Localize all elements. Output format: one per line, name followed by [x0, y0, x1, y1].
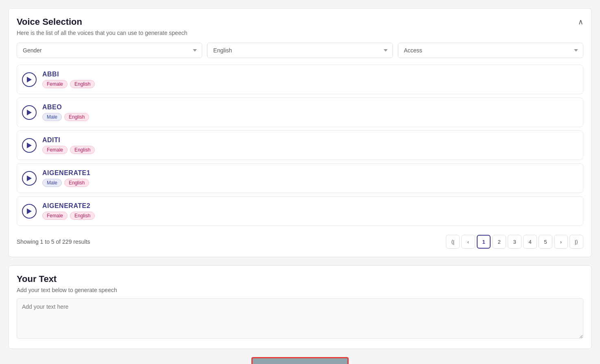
- voice-name-abeo: ABEO: [42, 104, 89, 111]
- voice-name-aditi: ADITI: [42, 136, 95, 144]
- voice-tags-aigenerate1: Male English: [42, 179, 90, 187]
- gender-filter[interactable]: Gender Male Female: [17, 43, 202, 58]
- play-button-aigenerate2[interactable]: [22, 204, 37, 219]
- page-prev-btn[interactable]: ‹: [461, 235, 475, 249]
- page-btn-4[interactable]: 4: [523, 235, 537, 249]
- voice-info-aditi: ADITI Female English: [42, 136, 95, 154]
- voice-selection-subtitle: Here is the list of all the voices that …: [17, 30, 583, 36]
- page-last-btn[interactable]: |⟩: [569, 235, 583, 249]
- voice-item-abeo[interactable]: ABEO Male English: [17, 98, 583, 127]
- voice-name-aigenerate2: AIGENERATE2: [42, 202, 95, 210]
- result-count: Showing 1 to 5 of 229 results: [17, 238, 90, 245]
- voice-tags-abeo: Male English: [42, 113, 89, 121]
- tag-lang-aigenerate2: English: [70, 212, 95, 220]
- svg-marker-2: [27, 143, 32, 148]
- play-button-abbi[interactable]: [22, 72, 37, 87]
- svg-marker-4: [27, 208, 32, 214]
- play-button-aigenerate1[interactable]: [22, 171, 37, 186]
- generate-row: GENERATE SPEECH: [8, 357, 592, 364]
- page-first-btn[interactable]: ⟨|: [446, 235, 460, 249]
- voice-name-abbi: ABBI: [42, 71, 95, 78]
- voice-tags-abbi: Female English: [42, 80, 95, 88]
- voice-info-abbi: ABBI Female English: [42, 71, 95, 88]
- voice-info-abeo: ABEO Male English: [42, 104, 89, 121]
- collapse-icon[interactable]: ∧: [578, 17, 583, 26]
- page-next-btn[interactable]: ›: [554, 235, 568, 249]
- your-text-title: Your Text: [17, 274, 583, 284]
- voice-selection-header: Voice Selection ∧: [17, 17, 583, 27]
- voice-selection-card: Voice Selection ∧ Here is the list of al…: [8, 8, 592, 257]
- voice-item-abbi[interactable]: ABBI Female English: [17, 65, 583, 94]
- voice-tags-aditi: Female English: [42, 146, 95, 154]
- voice-item-aigenerate1[interactable]: AIGENERATE1 Male English: [17, 163, 583, 193]
- tag-gender-abeo: Male: [42, 113, 62, 121]
- tag-lang-aditi: English: [70, 146, 95, 154]
- voice-list: ABBI Female English ABEO Male English: [17, 65, 583, 229]
- voice-selection-title: Voice Selection: [17, 17, 82, 27]
- play-button-abeo[interactable]: [22, 105, 37, 120]
- svg-marker-1: [27, 110, 32, 115]
- voice-info-aigenerate2: AIGENERATE2 Female English: [42, 202, 95, 220]
- your-text-card: Your Text Add your text below to generat…: [8, 265, 592, 349]
- tag-gender-aditi: Female: [42, 146, 68, 154]
- generate-speech-button[interactable]: GENERATE SPEECH: [251, 357, 349, 364]
- voice-tags-aigenerate2: Female English: [42, 212, 95, 220]
- tag-gender-abbi: Female: [42, 80, 68, 88]
- pagination: ⟨| ‹ 1 2 3 4 5 › |⟩: [446, 235, 583, 249]
- tag-lang-abeo: English: [64, 113, 89, 121]
- voice-name-aigenerate1: AIGENERATE1: [42, 169, 90, 177]
- text-input[interactable]: [17, 298, 583, 339]
- voice-info-aigenerate1: AIGENERATE1 Male English: [42, 169, 90, 187]
- your-text-subtitle: Add your text below to generate speech: [17, 287, 583, 293]
- access-filter[interactable]: Access Free Premium: [398, 43, 583, 58]
- page-btn-2[interactable]: 2: [492, 235, 506, 249]
- voice-item-aigenerate2[interactable]: AIGENERATE2 Female English: [17, 196, 583, 226]
- tag-gender-aigenerate2: Female: [42, 212, 68, 220]
- play-button-aditi[interactable]: [22, 138, 37, 153]
- page-btn-3[interactable]: 3: [508, 235, 521, 249]
- pagination-row: Showing 1 to 5 of 229 results ⟨| ‹ 1 2 3…: [17, 235, 583, 249]
- tag-gender-aigenerate1: Male: [42, 179, 62, 187]
- tag-lang-abbi: English: [70, 80, 95, 88]
- svg-marker-0: [27, 77, 32, 82]
- tag-lang-aigenerate1: English: [64, 179, 89, 187]
- filters-row: Gender Male Female English Spanish Frenc…: [17, 43, 583, 58]
- voice-item-aditi[interactable]: ADITI Female English: [17, 130, 583, 160]
- page-btn-1[interactable]: 1: [477, 235, 491, 249]
- language-filter[interactable]: English Spanish French German: [207, 43, 393, 58]
- svg-marker-3: [27, 176, 32, 181]
- page-btn-5[interactable]: 5: [539, 235, 552, 249]
